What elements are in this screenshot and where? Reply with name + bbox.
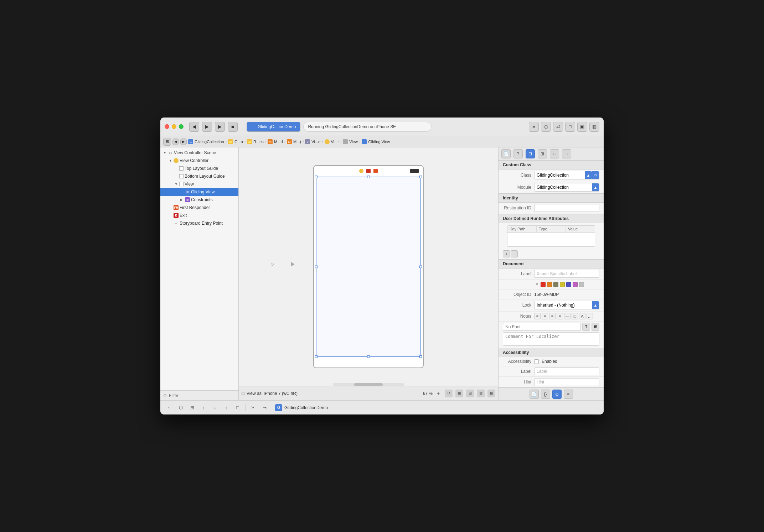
filter-input[interactable] <box>169 393 236 398</box>
restoration-id-input[interactable] <box>534 204 599 212</box>
swatch-yellow[interactable] <box>560 282 565 287</box>
class-select-container[interactable]: GlidingCollection ▲ ↻ <box>534 171 599 179</box>
scrollbar-thumb[interactable] <box>354 383 383 386</box>
version-editor-btn[interactable]: ▥ <box>589 122 599 132</box>
grid-btn[interactable]: ⊞ <box>455 390 463 397</box>
bt-icon-grid[interactable]: ⊞ <box>187 403 197 412</box>
tree-item-vc[interactable]: ▼ View Controller <box>160 157 238 165</box>
notes-text[interactable]: A <box>579 313 585 319</box>
nav-back[interactable]: ◀ <box>172 139 179 145</box>
handle-bottom-right[interactable] <box>419 355 422 358</box>
tree-toggle-scene[interactable]: ▼ <box>163 151 167 155</box>
tree-toggle-constraints[interactable]: ▶ <box>180 198 184 202</box>
back-fwd-btn[interactable]: ⇄ <box>553 122 563 132</box>
close-button[interactable] <box>165 124 169 129</box>
notes-align-left[interactable]: ≡ <box>534 313 541 319</box>
notes-font-T-btn[interactable]: T <box>582 323 590 331</box>
canvas-area[interactable]: □ View as: iPhone 7 (wC hR) — 67 % + ↺ ⊞… <box>239 147 498 400</box>
handle-bottom-left[interactable] <box>315 355 318 358</box>
doc-label-input[interactable] <box>534 270 599 278</box>
navigate-back-button[interactable]: ◀ <box>189 122 199 132</box>
bt-icon-back[interactable]: ← <box>165 403 174 412</box>
tree-item-constraints[interactable]: ▶ ⊞ Constraints <box>160 196 238 204</box>
notes-align-justify[interactable]: ≡ <box>557 313 563 319</box>
swatch-blue[interactable] <box>566 282 571 287</box>
breadcrumb-item-9[interactable]: Gliding View <box>362 139 390 144</box>
bt-icon-scissors[interactable]: ✂ <box>248 403 258 412</box>
handle-top-right[interactable] <box>419 176 422 178</box>
swatch-clear[interactable]: ✕ <box>534 282 539 287</box>
notes-comment-textarea[interactable] <box>503 332 599 346</box>
assistant-editor-btn[interactable]: ▣ <box>577 122 587 132</box>
breadcrumb-item-6[interactable]: V Vi...e <box>305 139 320 144</box>
tree-item-top-layout[interactable]: Top Layout Guide <box>160 165 238 172</box>
zoom-minus-btn[interactable]: — <box>414 391 421 396</box>
breadcrumb-item-2[interactable]: 📁 G...o <box>228 139 243 144</box>
notes-dash[interactable]: — <box>564 313 571 319</box>
insp-tab-identity[interactable]: ⊙ <box>552 390 562 399</box>
swatch-orange[interactable] <box>547 282 552 287</box>
breadcrumb-item-4[interactable]: M M...d <box>268 139 283 144</box>
class-select-arrow[interactable]: ▲ <box>585 171 592 179</box>
insp-conn-btn[interactable]: → <box>562 149 571 158</box>
lock-select-container[interactable]: Inherited - (Nothing) ▲ <box>534 301 599 309</box>
tree-item-exit[interactable]: E Exit <box>160 212 238 219</box>
navigate-forward-button[interactable]: ▶ <box>202 122 212 132</box>
tab-gliding-demo[interactable]: GlidingC...tionDemo <box>247 122 300 132</box>
bt-icon-panel[interactable]: □ <box>233 403 242 412</box>
swatch-green-dark[interactable] <box>553 282 558 287</box>
fullscreen-button[interactable] <box>179 124 184 129</box>
bt-icon-send[interactable]: ⇥ <box>260 403 269 412</box>
insp-file-btn[interactable]: 📄 <box>501 149 511 158</box>
notes-font-stepper[interactable]: ⊞ <box>592 323 599 331</box>
fit-btn[interactable]: ↺ <box>445 390 453 397</box>
play-button[interactable]: ▶ <box>215 122 225 132</box>
notes-font-input[interactable] <box>503 323 581 331</box>
insp-tab-code[interactable]: {} <box>541 390 550 399</box>
insp-identity-btn[interactable]: ⊟ <box>526 149 535 158</box>
editor-btn[interactable]: ≡ <box>529 122 539 132</box>
notes-align-center[interactable]: ≡ <box>542 313 548 319</box>
swatch-red[interactable] <box>541 282 546 287</box>
accessibility-enabled-checkbox[interactable] <box>534 359 539 364</box>
more-btn[interactable]: ⊞ <box>487 390 495 397</box>
swatch-purple[interactable] <box>573 282 578 287</box>
handle-mid-right[interactable] <box>419 266 422 268</box>
breadcrumb-item-3[interactable]: 📁 R...es <box>247 139 264 144</box>
tree-item-storyboard-entry[interactable]: → Storyboard Entry Point <box>160 219 238 227</box>
bt-icon-share[interactable]: ↑ <box>222 403 231 412</box>
handle-mid-left[interactable] <box>315 266 318 268</box>
handle-top-mid[interactable] <box>367 176 370 178</box>
tree-item-view[interactable]: ▼ View <box>160 180 238 188</box>
module-select-arrow[interactable]: ▲ <box>592 183 599 191</box>
zoom-plus-btn[interactable]: + <box>435 391 442 396</box>
standard-editor-btn[interactable]: □ <box>565 122 575 132</box>
notes-align-right[interactable]: ≡ <box>549 313 556 319</box>
breadcrumb-item-7[interactable]: Vi...r <box>325 139 339 144</box>
notes-more[interactable]: … <box>587 313 593 319</box>
insp-help-btn[interactable]: ? <box>513 149 523 158</box>
insp-size-btn[interactable]: ↔ <box>550 149 559 158</box>
canvas-scrollbar[interactable] <box>333 383 404 386</box>
nav-forward[interactable]: ▶ <box>180 139 187 145</box>
insp-attr-btn[interactable]: ⊞ <box>538 149 547 158</box>
tree-toggle-vc[interactable]: ▼ <box>169 159 172 162</box>
align-btn[interactable]: ⊠ <box>477 390 485 397</box>
bt-icon-download[interactable]: ↓ <box>210 403 220 412</box>
tree-item-first-responder[interactable]: FR First Responder <box>160 204 238 212</box>
stop-button[interactable]: ■ <box>228 122 238 132</box>
bt-icon-upload[interactable]: ↑ <box>199 403 208 412</box>
snap-btn[interactable]: ⊟ <box>466 390 474 397</box>
activity-btn[interactable]: ◷ <box>541 122 551 132</box>
tree-toggle-view[interactable]: ▼ <box>175 182 178 186</box>
bt-icon-tag[interactable]: ⬡ <box>176 403 185 412</box>
udra-add-btn[interactable]: + <box>503 250 510 257</box>
handle-top-left[interactable] <box>315 176 318 178</box>
navigator-toggle[interactable]: ⊟ <box>163 138 171 146</box>
handle-bottom-mid[interactable] <box>367 355 370 358</box>
breadcrumb-item-1[interactable]: G GlidingCollection <box>188 139 224 144</box>
tree-item-scene[interactable]: ▼ ⊟ View Controller Scene <box>160 149 238 157</box>
notes-box[interactable]: □ <box>572 313 578 319</box>
swatch-gray[interactable] <box>579 282 584 287</box>
iphone-screen[interactable] <box>316 177 421 357</box>
